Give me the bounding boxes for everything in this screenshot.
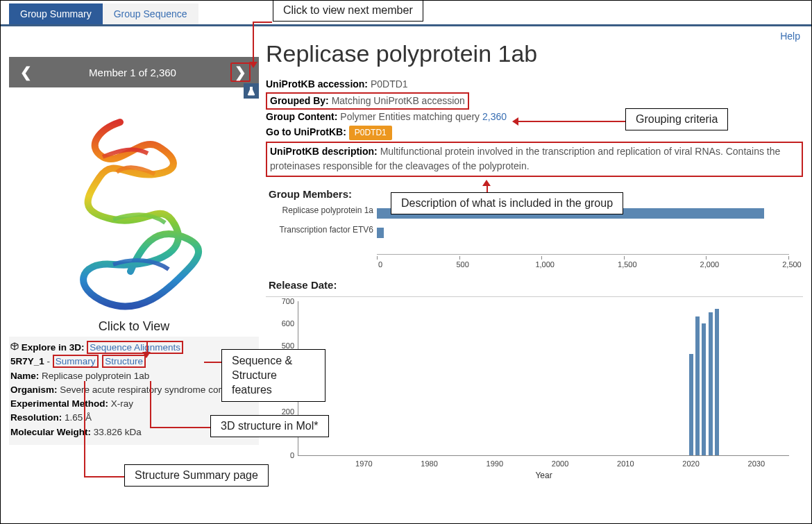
grouped-by-value: Matching UniProtKB accession (332, 95, 465, 106)
click-to-view-label: Click to View (9, 319, 259, 334)
hbar-row (377, 225, 789, 240)
goto-uniprot-label: Go to UniProtKB: (266, 126, 346, 137)
sequence-alignments-link[interactable]: Sequence Alignments (87, 341, 183, 354)
callout-seq-struct: Sequence & Structure features (221, 349, 325, 402)
vbar[interactable] (709, 312, 713, 455)
explore-3d-label: Explore in 3D: (22, 342, 85, 353)
accession-label: UniProtKB accession: (266, 78, 368, 90)
page-title: Replicase polyprotein 1ab (266, 40, 803, 67)
callout-group-description: Description of what is included in the g… (391, 192, 623, 214)
callout-molstar: 3D structure in Mol* (210, 415, 329, 437)
protein-structure-image (37, 108, 231, 316)
help-link[interactable]: Help (780, 31, 800, 42)
pager-text: Member 1 of 2,360 (89, 67, 176, 78)
uniprot-description-box: UniProtKB description: Multifunctional p… (266, 142, 803, 177)
accession-value: P0DTD1 (371, 78, 408, 90)
callout-grouping-criteria: Grouping criteria (625, 108, 728, 130)
vbar[interactable] (715, 309, 719, 455)
callout-next-member: Click to view next member (273, 0, 423, 22)
hbar-label: Transcription factor ETV6 (266, 225, 373, 235)
release-date-chart: 0100200300400500600700197019801990200020… (266, 296, 803, 477)
name-label: Name: (10, 371, 39, 381)
tab-group-sequence[interactable]: Group Sequence (103, 3, 198, 24)
hbar-bar[interactable] (377, 228, 384, 238)
resolution-value: 1.65 Å (65, 412, 92, 423)
method-label: Experimental Method: (10, 398, 108, 409)
group-content-count-link[interactable]: 2,360 (482, 111, 507, 122)
resolution-label: Resolution: (10, 412, 62, 423)
callout-summary-page: Structure Summary page (124, 464, 269, 487)
grouped-by-label: Grouped By: (270, 95, 329, 106)
method-value: X-ray (111, 398, 133, 409)
vbar[interactable] (689, 354, 693, 455)
summary-link[interactable]: Summary (53, 355, 99, 368)
next-member-button[interactable]: ❯ (230, 62, 251, 82)
vbar[interactable] (702, 323, 706, 455)
name-value: Replicase polyprotein 1ab (42, 371, 149, 381)
entity-id: 5R7Y_1 (10, 356, 44, 366)
description-label: UniProtKB description: (270, 146, 378, 157)
prev-member-button[interactable]: ❮ (17, 64, 35, 81)
release-date-heading: Release Date: (269, 279, 803, 291)
organism-value: Severe acute respiratory syndrome cor… (60, 384, 230, 395)
hbar-label: Replicase polyprotein 1a (266, 205, 373, 215)
organism-label: Organism: (10, 384, 58, 395)
uniprot-badge[interactable]: P0DTD1 (349, 126, 392, 140)
structure-link[interactable]: Structure (102, 355, 146, 368)
cube-icon (10, 341, 19, 355)
member-pager: ❮ Member 1 of 2,360 ❯ (9, 57, 259, 87)
group-content-label: Group Content: (266, 111, 337, 122)
mw-value: 33.826 kDa (94, 427, 142, 437)
grouped-by-box: Grouped By: Matching UniProtKB accession (266, 92, 469, 110)
vbar[interactable] (695, 316, 700, 455)
flask-icon (247, 86, 255, 96)
group-content-text: Polymer Entities matching query (340, 111, 480, 122)
mw-label: Molecular Weight: (10, 427, 91, 437)
experimental-icon[interactable] (244, 83, 259, 99)
group-members-chart: Replicase polyprotein 1aTranscription fa… (266, 205, 803, 268)
tab-group-summary[interactable]: Group Summary (9, 3, 103, 24)
